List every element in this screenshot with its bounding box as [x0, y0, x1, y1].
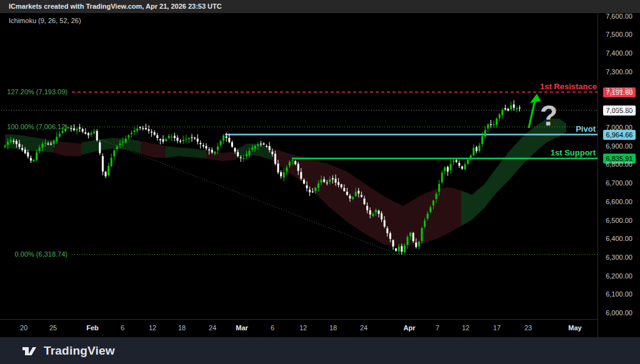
x-axis-tick: 12	[462, 324, 469, 332]
y-axis-tick: 6,000.00	[606, 309, 632, 317]
x-axis-tick: 23	[524, 324, 532, 332]
time-axis[interactable]: 2025Feb6121824Mar6121824Apr7121723May	[0, 319, 598, 337]
price-axis[interactable]: 7,191.60 7,095.80 6,964.66 6,835.91 7,60…	[598, 13, 640, 337]
attribution-text: ICmarkets created with TradingView.com, …	[9, 2, 222, 10]
y-axis-tick: 6,600.00	[606, 198, 632, 205]
question-mark-annotation: ?	[540, 99, 558, 132]
y-axis-tick: 7,500.00	[606, 31, 632, 38]
y-axis-tick: 6,800.00	[606, 160, 632, 168]
indicator-label[interactable]: Ichimoku (9, 26, 52, 26)	[9, 17, 81, 24]
y-axis-tick: 7,300.00	[606, 68, 632, 76]
first-resistance-label: 1st Resistance	[540, 82, 597, 91]
price-chart-canvas[interactable]	[0, 0, 640, 364]
y-axis-tick: 6,700.00	[606, 179, 632, 187]
y-axis-tick: 6,100.00	[606, 290, 632, 298]
x-axis-tick: May	[568, 324, 581, 332]
attribution-bar: ICmarkets created with TradingView.com, …	[0, 0, 640, 13]
x-axis-tick: 25	[49, 324, 57, 332]
y-axis-tick: 7,200.00	[606, 87, 632, 94]
x-axis-tick: 12	[299, 324, 307, 332]
fib-100-label: 100.00% (7,006.12)	[7, 123, 68, 130]
y-axis-tick: 6,200.00	[606, 272, 632, 280]
x-axis-tick: 12	[149, 324, 156, 332]
x-axis-tick: 24	[209, 324, 216, 332]
y-axis-tick: 7,400.00	[606, 49, 632, 57]
fib-0-label: 0.00% (6,318.74)	[15, 250, 68, 258]
tradingview-brand-text[interactable]: TradingView	[44, 344, 115, 358]
y-axis-tick: 6,400.00	[606, 235, 632, 242]
x-axis-tick: 6	[121, 324, 124, 332]
x-axis-tick: 17	[493, 324, 501, 332]
x-axis-tick: Mar	[236, 324, 248, 332]
footer-bar: TradingView	[0, 337, 640, 364]
x-axis-tick: Feb	[86, 324, 99, 332]
pivot-label: Pivot	[576, 124, 596, 134]
y-axis-tick: 7,000.00	[606, 124, 632, 131]
x-axis-tick: 18	[329, 324, 337, 332]
y-axis-tick: 7,100.00	[606, 105, 632, 112]
up-arrow-head	[530, 94, 541, 103]
y-axis-tick: 6,500.00	[606, 217, 632, 224]
first-support-label: 1st Support	[551, 148, 596, 157]
x-axis-tick: 24	[360, 324, 368, 332]
x-axis-tick: 20	[20, 324, 28, 332]
x-axis-tick: 7	[436, 324, 439, 332]
fib-127-label: 127.20% (7,193.09)	[7, 88, 68, 96]
y-axis-tick: 6,900.00	[606, 142, 632, 150]
x-axis-tick: Apr	[404, 324, 416, 332]
x-axis-tick: 6	[271, 324, 274, 332]
y-axis-tick: 7,600.00	[606, 12, 632, 20]
x-axis-tick: 18	[178, 324, 186, 332]
y-axis-tick: 6,300.00	[606, 253, 632, 261]
tradingview-logo-icon[interactable]	[21, 343, 38, 358]
